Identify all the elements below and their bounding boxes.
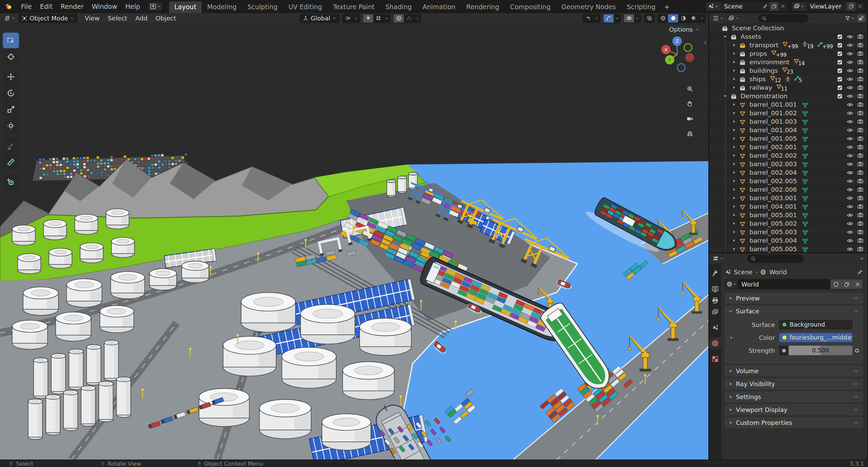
- gizmos-toggle[interactable]: [603, 14, 614, 22]
- blender-logo-icon[interactable]: [3, 2, 14, 11]
- shading-solid-button[interactable]: [668, 14, 678, 22]
- unlink-world-button[interactable]: [852, 279, 863, 289]
- drag-dots-icon[interactable]: [852, 420, 860, 426]
- hide-eye-icon[interactable]: [845, 101, 855, 108]
- tool-annotate[interactable]: [3, 138, 19, 154]
- disable-render-camera-icon[interactable]: [855, 93, 865, 99]
- disable-render-camera-icon[interactable]: [855, 50, 865, 57]
- pin-icon[interactable]: [857, 269, 863, 275]
- outliner-item-label[interactable]: barrel_002.002: [749, 152, 797, 159]
- expand-caret-icon[interactable]: [731, 85, 739, 90]
- hide-eye-icon[interactable]: [845, 203, 855, 210]
- outliner-row[interactable]: environment14: [709, 58, 867, 66]
- proportional-falloff-icon[interactable]: [404, 14, 414, 22]
- disable-render-camera-icon[interactable]: [855, 59, 865, 65]
- hide-eye-icon[interactable]: [845, 220, 855, 227]
- disable-render-camera-icon[interactable]: [855, 212, 865, 218]
- menu-help[interactable]: Help: [121, 2, 144, 11]
- surface-field[interactable]: Background: [779, 320, 852, 329]
- outliner-row[interactable]: Assets: [709, 32, 867, 41]
- disable-render-camera-icon[interactable]: [855, 110, 865, 116]
- outliner-row[interactable]: barrel_001.005: [709, 134, 867, 143]
- properties-tab-tool[interactable]: [709, 267, 721, 279]
- shading-rendered-button[interactable]: [688, 14, 699, 22]
- tool-measure[interactable]: [3, 154, 19, 170]
- view-layer-selector[interactable]: ViewLayer: [792, 2, 865, 11]
- panel-header-settings[interactable]: Settings: [725, 391, 863, 402]
- outliner-item-label[interactable]: barrel_005.002: [749, 220, 797, 227]
- collapse-caret-icon[interactable]: [723, 93, 730, 99]
- hide-eye-icon[interactable]: [845, 50, 855, 57]
- exclude-checkbox[interactable]: [835, 34, 845, 40]
- outliner-row[interactable]: ships125: [709, 75, 867, 83]
- panel-header-custom-properties[interactable]: Custom Properties: [725, 417, 863, 428]
- outliner-row[interactable]: barrel_004.001: [709, 202, 867, 211]
- hide-eye-icon[interactable]: [845, 76, 855, 83]
- breadcrumb-world[interactable]: World: [769, 269, 787, 276]
- disable-render-camera-icon[interactable]: [855, 118, 865, 125]
- expand-caret-icon[interactable]: [731, 76, 739, 82]
- expand-caret-icon[interactable]: [731, 51, 739, 56]
- xray-toggle[interactable]: [644, 14, 654, 22]
- workspace-tab-rendering[interactable]: Rendering: [461, 1, 505, 13]
- properties-tab-texture[interactable]: [709, 353, 721, 365]
- chevron-down-icon[interactable]: [383, 14, 390, 22]
- workspace-tab-scripting[interactable]: Scripting: [621, 1, 661, 13]
- tool-add-cube[interactable]: [3, 174, 19, 190]
- outliner-item-label[interactable]: barrel_002.006: [749, 186, 797, 193]
- drag-dots-icon[interactable]: [852, 368, 860, 374]
- outliner-item-label[interactable]: barrel_002.003: [749, 160, 797, 168]
- new-scene-button[interactable]: [770, 2, 778, 11]
- menu-file[interactable]: File: [17, 2, 36, 11]
- workspace-tab-uv-editing[interactable]: UV Editing: [283, 1, 327, 13]
- outliner-row[interactable]: barrel_005.004: [709, 236, 867, 245]
- outliner-row[interactable]: barrel_002.006: [709, 185, 867, 194]
- viewport-scene[interactable]: [0, 24, 708, 460]
- properties-tab-world[interactable]: [709, 338, 721, 349]
- disable-render-camera-icon[interactable]: [855, 186, 865, 193]
- exclude-checkbox[interactable]: [835, 93, 845, 99]
- menu-render[interactable]: Render: [57, 2, 88, 11]
- outliner-row[interactable]: barrel_001.002: [709, 109, 867, 117]
- hide-eye-icon[interactable]: [845, 229, 855, 236]
- disable-render-camera-icon[interactable]: [855, 195, 865, 201]
- snap-target-icon[interactable]: [373, 14, 383, 22]
- drag-dots-icon[interactable]: [852, 309, 860, 314]
- expand-caret-icon[interactable]: [731, 221, 739, 226]
- outliner-item-label[interactable]: ships: [749, 75, 766, 83]
- shading-material-button[interactable]: [678, 14, 688, 22]
- expand-caret-icon[interactable]: [731, 119, 739, 124]
- view-layer-name[interactable]: ViewLayer: [807, 3, 847, 10]
- expand-caret-icon[interactable]: [731, 246, 739, 252]
- pin-icon[interactable]: [761, 2, 770, 11]
- editor-type-button[interactable]: [3, 14, 17, 22]
- scene-name[interactable]: Scene: [721, 3, 761, 10]
- exclude-checkbox[interactable]: [835, 42, 845, 48]
- world-name-field[interactable]: World: [738, 279, 830, 289]
- expand-caret-icon[interactable]: [731, 102, 739, 107]
- color-field[interactable]: fouriesburg_...midday_4k.hdr: [779, 333, 852, 342]
- expand-caret-icon[interactable]: [731, 110, 739, 116]
- viewport-menu-add[interactable]: Add: [131, 14, 151, 22]
- sidebar-collapse-icon[interactable]: [703, 38, 708, 47]
- outliner-row[interactable]: barrel_003.001: [709, 194, 867, 202]
- exclude-checkbox[interactable]: [835, 85, 845, 91]
- tool-box-select[interactable]: [3, 33, 19, 48]
- expand-caret-icon[interactable]: [731, 187, 739, 192]
- hide-eye-icon[interactable]: [845, 212, 855, 219]
- hide-eye-icon[interactable]: [845, 93, 855, 100]
- hide-eye-icon[interactable]: [845, 33, 855, 40]
- outliner-item-label[interactable]: barrel_001.003: [749, 118, 797, 125]
- outliner-row[interactable]: barrel_005.002: [709, 219, 867, 228]
- drag-dots-icon[interactable]: [852, 394, 860, 400]
- outliner-item-label[interactable]: buildings: [749, 67, 778, 74]
- disable-render-camera-icon[interactable]: [855, 127, 865, 133]
- drag-dots-icon[interactable]: [852, 407, 860, 413]
- hide-eye-icon[interactable]: [845, 127, 855, 134]
- hide-eye-icon[interactable]: [845, 144, 855, 151]
- menu-edit[interactable]: Edit: [36, 2, 57, 11]
- disable-render-camera-icon[interactable]: [855, 229, 865, 235]
- outliner-row[interactable]: Scene Collection: [709, 24, 867, 32]
- workspace-tab-modeling[interactable]: Modeling: [202, 1, 242, 13]
- outliner-search-input[interactable]: [758, 14, 808, 22]
